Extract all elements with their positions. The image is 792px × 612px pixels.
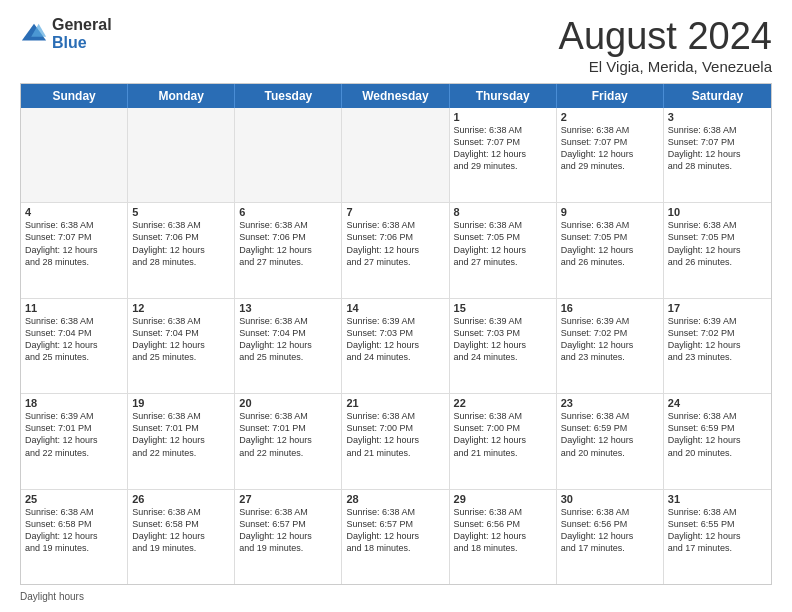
day-number: 2	[561, 111, 659, 123]
calendar-row-3: 18Sunrise: 6:39 AMSunset: 7:01 PMDayligh…	[21, 394, 771, 489]
cell-info: Sunrise: 6:39 AMSunset: 7:03 PMDaylight:…	[346, 315, 444, 364]
day-number: 9	[561, 206, 659, 218]
cell-info: Sunrise: 6:38 AMSunset: 7:00 PMDaylight:…	[346, 410, 444, 459]
calendar-cell-1-4: 8Sunrise: 6:38 AMSunset: 7:05 PMDaylight…	[450, 203, 557, 297]
cell-info: Sunrise: 6:38 AMSunset: 6:55 PMDaylight:…	[668, 506, 767, 555]
calendar-body: 1Sunrise: 6:38 AMSunset: 7:07 PMDaylight…	[21, 108, 771, 584]
day-number: 5	[132, 206, 230, 218]
calendar-cell-4-2: 27Sunrise: 6:38 AMSunset: 6:57 PMDayligh…	[235, 490, 342, 584]
calendar-cell-2-4: 15Sunrise: 6:39 AMSunset: 7:03 PMDayligh…	[450, 299, 557, 393]
top-section: General Blue August 2024 El Vigia, Merid…	[20, 16, 772, 75]
cell-info: Sunrise: 6:38 AMSunset: 7:01 PMDaylight:…	[132, 410, 230, 459]
calendar-row-1: 4Sunrise: 6:38 AMSunset: 7:07 PMDaylight…	[21, 203, 771, 298]
cell-info: Sunrise: 6:39 AMSunset: 7:01 PMDaylight:…	[25, 410, 123, 459]
cell-info: Sunrise: 6:38 AMSunset: 6:58 PMDaylight:…	[132, 506, 230, 555]
day-number: 10	[668, 206, 767, 218]
cell-info: Sunrise: 6:39 AMSunset: 7:02 PMDaylight:…	[561, 315, 659, 364]
day-number: 12	[132, 302, 230, 314]
calendar-cell-4-1: 26Sunrise: 6:38 AMSunset: 6:58 PMDayligh…	[128, 490, 235, 584]
calendar-cell-1-1: 5Sunrise: 6:38 AMSunset: 7:06 PMDaylight…	[128, 203, 235, 297]
day-number: 16	[561, 302, 659, 314]
weekday-header-friday: Friday	[557, 84, 664, 108]
cell-info: Sunrise: 6:38 AMSunset: 6:58 PMDaylight:…	[25, 506, 123, 555]
cell-info: Sunrise: 6:38 AMSunset: 7:07 PMDaylight:…	[561, 124, 659, 173]
calendar-cell-0-1	[128, 108, 235, 202]
day-number: 21	[346, 397, 444, 409]
cell-info: Sunrise: 6:38 AMSunset: 7:07 PMDaylight:…	[668, 124, 767, 173]
logo-blue: Blue	[52, 34, 112, 52]
calendar-cell-0-0	[21, 108, 128, 202]
day-number: 13	[239, 302, 337, 314]
logo: General Blue	[20, 16, 112, 51]
calendar-cell-1-0: 4Sunrise: 6:38 AMSunset: 7:07 PMDaylight…	[21, 203, 128, 297]
header-right: August 2024 El Vigia, Merida, Venezuela	[559, 16, 772, 75]
calendar-row-4: 25Sunrise: 6:38 AMSunset: 6:58 PMDayligh…	[21, 490, 771, 584]
calendar-cell-0-6: 3Sunrise: 6:38 AMSunset: 7:07 PMDaylight…	[664, 108, 771, 202]
logo-text: General Blue	[52, 16, 112, 51]
calendar-cell-1-6: 10Sunrise: 6:38 AMSunset: 7:05 PMDayligh…	[664, 203, 771, 297]
cell-info: Sunrise: 6:38 AMSunset: 7:07 PMDaylight:…	[454, 124, 552, 173]
day-number: 28	[346, 493, 444, 505]
cell-info: Sunrise: 6:38 AMSunset: 6:56 PMDaylight:…	[561, 506, 659, 555]
calendar-cell-4-0: 25Sunrise: 6:38 AMSunset: 6:58 PMDayligh…	[21, 490, 128, 584]
calendar-cell-2-1: 12Sunrise: 6:38 AMSunset: 7:04 PMDayligh…	[128, 299, 235, 393]
weekday-header-monday: Monday	[128, 84, 235, 108]
day-number: 7	[346, 206, 444, 218]
calendar-cell-1-5: 9Sunrise: 6:38 AMSunset: 7:05 PMDaylight…	[557, 203, 664, 297]
calendar-cell-3-6: 24Sunrise: 6:38 AMSunset: 6:59 PMDayligh…	[664, 394, 771, 488]
cell-info: Sunrise: 6:38 AMSunset: 6:57 PMDaylight:…	[346, 506, 444, 555]
page: General Blue August 2024 El Vigia, Merid…	[0, 0, 792, 612]
day-number: 26	[132, 493, 230, 505]
calendar-cell-4-3: 28Sunrise: 6:38 AMSunset: 6:57 PMDayligh…	[342, 490, 449, 584]
day-number: 20	[239, 397, 337, 409]
weekday-header-wednesday: Wednesday	[342, 84, 449, 108]
day-number: 27	[239, 493, 337, 505]
day-number: 17	[668, 302, 767, 314]
location: El Vigia, Merida, Venezuela	[559, 58, 772, 75]
weekday-header-sunday: Sunday	[21, 84, 128, 108]
day-number: 15	[454, 302, 552, 314]
cell-info: Sunrise: 6:38 AMSunset: 7:04 PMDaylight:…	[132, 315, 230, 364]
calendar-cell-2-0: 11Sunrise: 6:38 AMSunset: 7:04 PMDayligh…	[21, 299, 128, 393]
logo-general: General	[52, 16, 112, 34]
logo-icon	[20, 20, 48, 48]
day-number: 8	[454, 206, 552, 218]
month-title: August 2024	[559, 16, 772, 58]
day-number: 29	[454, 493, 552, 505]
day-number: 30	[561, 493, 659, 505]
calendar-cell-1-2: 6Sunrise: 6:38 AMSunset: 7:06 PMDaylight…	[235, 203, 342, 297]
cell-info: Sunrise: 6:38 AMSunset: 6:59 PMDaylight:…	[561, 410, 659, 459]
day-number: 25	[25, 493, 123, 505]
cell-info: Sunrise: 6:38 AMSunset: 7:06 PMDaylight:…	[132, 219, 230, 268]
day-number: 6	[239, 206, 337, 218]
calendar-cell-0-2	[235, 108, 342, 202]
calendar-cell-2-2: 13Sunrise: 6:38 AMSunset: 7:04 PMDayligh…	[235, 299, 342, 393]
day-number: 14	[346, 302, 444, 314]
weekday-header-thursday: Thursday	[450, 84, 557, 108]
footer: Daylight hours	[20, 591, 772, 602]
cell-info: Sunrise: 6:38 AMSunset: 7:06 PMDaylight:…	[346, 219, 444, 268]
calendar-cell-4-5: 30Sunrise: 6:38 AMSunset: 6:56 PMDayligh…	[557, 490, 664, 584]
calendar-cell-3-2: 20Sunrise: 6:38 AMSunset: 7:01 PMDayligh…	[235, 394, 342, 488]
day-number: 3	[668, 111, 767, 123]
cell-info: Sunrise: 6:39 AMSunset: 7:02 PMDaylight:…	[668, 315, 767, 364]
cell-info: Sunrise: 6:38 AMSunset: 7:01 PMDaylight:…	[239, 410, 337, 459]
calendar-cell-3-3: 21Sunrise: 6:38 AMSunset: 7:00 PMDayligh…	[342, 394, 449, 488]
cell-info: Sunrise: 6:38 AMSunset: 7:04 PMDaylight:…	[239, 315, 337, 364]
cell-info: Sunrise: 6:38 AMSunset: 7:05 PMDaylight:…	[454, 219, 552, 268]
day-number: 24	[668, 397, 767, 409]
cell-info: Sunrise: 6:38 AMSunset: 7:05 PMDaylight:…	[561, 219, 659, 268]
day-number: 1	[454, 111, 552, 123]
cell-info: Sunrise: 6:39 AMSunset: 7:03 PMDaylight:…	[454, 315, 552, 364]
calendar-cell-3-5: 23Sunrise: 6:38 AMSunset: 6:59 PMDayligh…	[557, 394, 664, 488]
day-number: 18	[25, 397, 123, 409]
calendar-cell-2-6: 17Sunrise: 6:39 AMSunset: 7:02 PMDayligh…	[664, 299, 771, 393]
cell-info: Sunrise: 6:38 AMSunset: 7:00 PMDaylight:…	[454, 410, 552, 459]
weekday-header-tuesday: Tuesday	[235, 84, 342, 108]
calendar: SundayMondayTuesdayWednesdayThursdayFrid…	[20, 83, 772, 585]
day-number: 19	[132, 397, 230, 409]
day-number: 31	[668, 493, 767, 505]
calendar-cell-3-0: 18Sunrise: 6:39 AMSunset: 7:01 PMDayligh…	[21, 394, 128, 488]
daylight-label: Daylight hours	[20, 591, 84, 602]
cell-info: Sunrise: 6:38 AMSunset: 6:59 PMDaylight:…	[668, 410, 767, 459]
